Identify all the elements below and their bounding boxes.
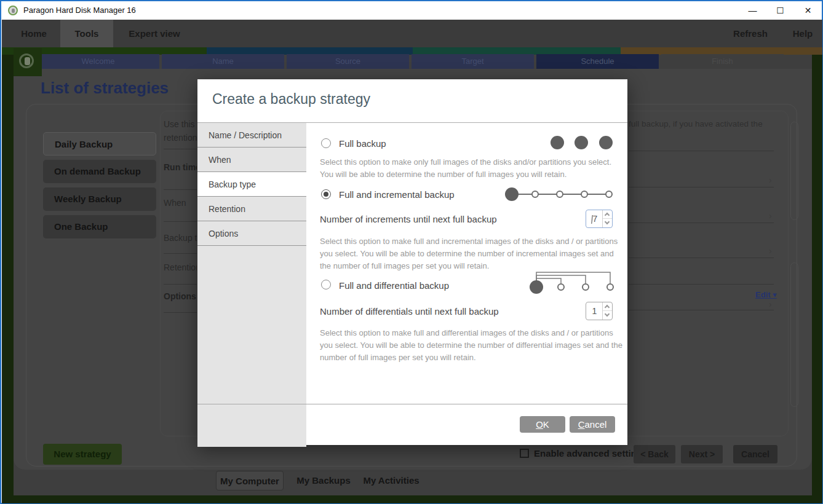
back-button[interactable]: < Back: [634, 445, 675, 463]
differential-backup-radio[interactable]: [321, 280, 331, 289]
chevron-up-icon: [605, 213, 610, 218]
spinner-down-button[interactable]: [603, 311, 612, 320]
scrollbar-track[interactable]: [790, 122, 798, 220]
maximize-button[interactable]: ☐: [766, 1, 794, 20]
dialog-nav-retention[interactable]: Retention: [197, 197, 306, 221]
wizard-step-welcome[interactable]: Welcome: [37, 54, 159, 69]
wizard-step-source[interactable]: Source: [287, 54, 409, 69]
differential-description: Select this option to make full and diff…: [320, 327, 622, 364]
strategy-item-on-demand[interactable]: On demand Backup: [43, 160, 156, 183]
menu-bar: [2, 20, 822, 47]
create-backup-strategy-dialog: Create a backup strategy Name / Descript…: [197, 79, 627, 445]
scrollbar-track[interactable]: [790, 262, 798, 407]
dropdown-arrow-icon: ›: [769, 175, 772, 185]
logo-blob-icon: [25, 57, 30, 65]
full-backup-label: Full backup: [339, 138, 386, 149]
divider: [164, 284, 197, 285]
close-button[interactable]: ✕: [794, 1, 822, 20]
wizard-cancel-button[interactable]: Cancel: [733, 445, 777, 463]
wizard-step-name[interactable]: Name: [162, 54, 284, 69]
dropdown-arrow-icon: ›: [769, 299, 772, 309]
chevron-up-icon: [605, 305, 610, 310]
full-backup-icon: [551, 136, 613, 149]
increments-field-label: Number of increments until next full bac…: [320, 214, 497, 224]
differentials-value: 1: [592, 306, 597, 316]
divider: [164, 253, 197, 254]
field-row-line: [629, 151, 774, 151]
incremental-backup-radio[interactable]: [321, 189, 331, 199]
menu-home[interactable]: Home: [18, 20, 49, 47]
chevron-down-icon: [605, 219, 610, 224]
strategy-item-one[interactable]: One Backup: [43, 215, 156, 238]
tab-my-activities[interactable]: My Activities: [360, 471, 422, 490]
dialog-side-nav: Name / Description When Backup type Rete…: [197, 123, 306, 447]
differentials-spinner[interactable]: 1: [586, 302, 613, 320]
spinner-up-button[interactable]: [603, 210, 612, 219]
next-button[interactable]: Next >: [681, 445, 723, 463]
dialog-nav-name-description[interactable]: Name / Description: [197, 123, 306, 148]
differential-diagram-icon: [523, 269, 619, 296]
menu-expert-view[interactable]: Expert view: [127, 20, 182, 47]
menu-refresh[interactable]: Refresh: [731, 20, 770, 47]
differentials-field-label: Number of differentials until next full …: [320, 306, 499, 317]
divider: [164, 189, 197, 190]
chevron-down-icon: [605, 312, 610, 317]
incremental-description: Select this option to make full and incr…: [320, 235, 622, 272]
detail-label-retention: Retention: [164, 262, 197, 272]
title-bar: Paragon Hard Disk Manager 16 — ☐ ✕: [1, 1, 822, 20]
spinner-up-button[interactable]: [603, 302, 612, 311]
dialog-nav-options[interactable]: Options: [197, 221, 306, 246]
detail-text-fragment: full backup, if you have activated the: [629, 119, 774, 128]
divider: [197, 404, 627, 404]
detail-text-fragment: Use this s: [164, 119, 197, 129]
sidebar-logo: [14, 48, 42, 76]
detail-label-run-time: Run time: [164, 162, 197, 172]
strategy-item-weekly[interactable]: Weekly Backup: [43, 187, 156, 211]
field-row-line: [629, 222, 774, 223]
divider: [164, 312, 197, 313]
incremental-backup-label: Full and incremental backup: [339, 189, 455, 200]
new-strategy-button[interactable]: New strategy: [43, 444, 122, 465]
full-backup-description: Select this option to make only full ima…: [320, 156, 622, 181]
advanced-settings-checkbox[interactable]: [520, 449, 529, 458]
wizard-step-schedule[interactable]: Schedule: [536, 54, 659, 69]
differential-backup-label: Full and differential backup: [339, 280, 449, 291]
field-row-line: [629, 258, 774, 258]
page-title: List of strategies: [41, 79, 169, 98]
increments-value: 7: [593, 214, 598, 224]
tab-my-computer[interactable]: My Computer: [216, 471, 284, 490]
ok-button[interactable]: OK: [520, 416, 565, 433]
divider: [164, 149, 197, 149]
dialog-cancel-button[interactable]: Cancel: [570, 416, 615, 433]
field-row-line: [629, 310, 774, 310]
application-window: Paragon Hard Disk Manager 16 — ☐ ✕ Home …: [0, 0, 823, 504]
field-row-line: [629, 187, 774, 187]
dropdown-arrow-icon: ›: [769, 211, 772, 221]
detail-label-backup-type: Backup ty: [164, 233, 197, 243]
edit-link[interactable]: Edit ▾: [755, 290, 777, 299]
detail-text-fragment: retention: [164, 133, 197, 143]
minimize-button[interactable]: —: [739, 1, 766, 20]
spinner-down-button[interactable]: [603, 219, 612, 227]
wizard-step-finish[interactable]: Finish: [661, 54, 784, 69]
dialog-title: Create a backup strategy: [212, 91, 370, 108]
dialog-nav-backup-type[interactable]: Backup type: [197, 172, 306, 197]
full-backup-radio[interactable]: [321, 138, 331, 148]
advanced-settings-label: Enable advanced settings: [534, 448, 647, 459]
window-title: Paragon Hard Disk Manager 16: [23, 1, 136, 20]
dropdown-arrow-icon: ›: [769, 246, 772, 256]
menu-tools[interactable]: Tools: [60, 20, 113, 47]
incremental-diagram-icon: [505, 187, 616, 202]
dialog-nav-when[interactable]: When: [197, 148, 306, 172]
menu-help[interactable]: Help: [790, 20, 816, 47]
strategy-item-daily[interactable]: Daily Backup: [43, 132, 156, 156]
divider: [164, 221, 197, 222]
field-row-line: [629, 284, 774, 285]
detail-label-when: When: [164, 198, 197, 208]
tab-my-backups[interactable]: My Backups: [295, 471, 352, 490]
wizard-step-target[interactable]: Target: [412, 54, 534, 69]
detail-label-options: Options: [164, 291, 197, 301]
increments-spinner[interactable]: 7: [586, 210, 613, 228]
paragon-logo-icon: [8, 6, 18, 15]
